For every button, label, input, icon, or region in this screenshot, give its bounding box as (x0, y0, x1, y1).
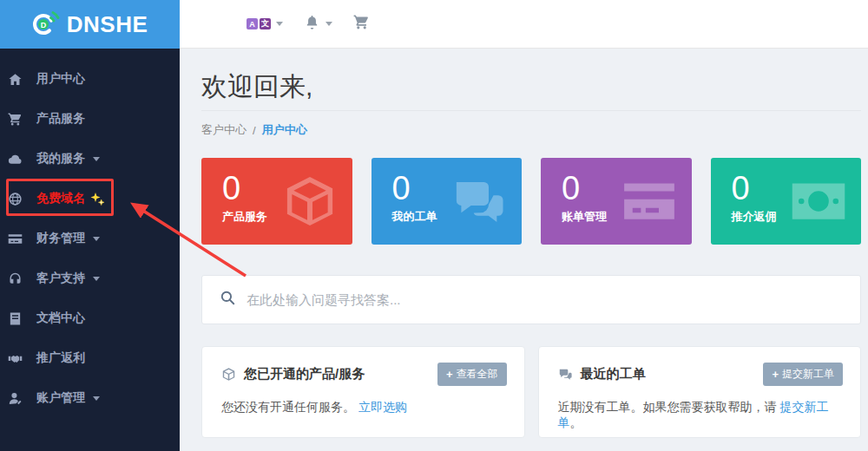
sidebar-item-user-center[interactable]: 用户中心 (0, 59, 180, 99)
language-icon: A (247, 18, 258, 29)
cube-icon (281, 173, 339, 230)
hamburger-icon[interactable] (201, 16, 220, 32)
panel-recent-tickets: 最近的工单 + 提交新工单 近期没有工单。如果您需要获取帮助，请 提交新工单。 (538, 346, 862, 438)
language-selector[interactable]: A 文 (247, 18, 283, 29)
sparkles-icon (90, 192, 105, 206)
sidebar: D DNSHE 用户中心 产品服务 (0, 0, 180, 451)
search-icon (220, 290, 236, 310)
sidebar-item-billing[interactable]: 财务管理 (0, 219, 180, 258)
handshake-icon (8, 351, 23, 366)
stat-cards-row: 0 产品服务 0 我的工单 0 账单管理 (201, 158, 861, 245)
dnshe-logo-icon: D (32, 9, 62, 40)
breadcrumb-separator: / (253, 124, 256, 137)
plus-icon: + (446, 369, 453, 380)
panel-body: 近期没有工单。如果您需要获取帮助，请 提交新工单。 (558, 400, 844, 431)
breadcrumb: 客户中心 / 用户中心 (201, 122, 861, 138)
panel-title: 您已开通的产品/服务 (244, 366, 437, 382)
user-icon (8, 391, 23, 406)
notifications-button[interactable] (304, 14, 332, 34)
cart-icon (8, 112, 23, 127)
sidebar-item-my-services[interactable]: 我的服务 (0, 139, 180, 179)
main-content: 欢迎回来, 客户中心 / 用户中心 0 产品服务 0 我的工单 (180, 49, 868, 451)
chevron-down-icon (93, 157, 100, 161)
breadcrumb-current[interactable]: 用户中心 (262, 122, 307, 138)
sidebar-item-account[interactable]: 账户管理 (0, 378, 180, 418)
panel-active-products: 您已开通的产品/服务 + 查看全部 您还没有开通任何服务。 立即选购 (201, 346, 525, 438)
title-divider (201, 110, 861, 111)
view-all-button[interactable]: + 查看全部 (437, 363, 507, 386)
chevron-down-icon (326, 22, 332, 26)
comments-icon (450, 173, 508, 230)
search-input[interactable] (247, 292, 843, 307)
headset-icon (8, 271, 23, 286)
chevron-down-icon (93, 277, 100, 281)
stat-card-invoices[interactable]: 0 账单管理 (541, 158, 692, 245)
brand-name: DNSHE (67, 11, 148, 38)
chevron-down-icon (93, 237, 100, 241)
sidebar-item-products[interactable]: 产品服务 (0, 99, 180, 139)
brand-logo[interactable]: D DNSHE (0, 0, 180, 49)
shop-now-link[interactable]: 立即选购 (358, 400, 407, 414)
cloud-icon (8, 152, 23, 167)
bell-icon (304, 14, 320, 34)
comments-icon (558, 367, 573, 382)
credit-card-icon (8, 232, 23, 246)
chevron-down-icon (276, 22, 283, 26)
credit-card-icon (621, 173, 678, 230)
stat-card-affiliate[interactable]: 0 推介返佣 (711, 158, 862, 245)
sidebar-item-affiliate[interactable]: 推广返利 (0, 338, 180, 378)
app-window: D DNSHE 用户中心 产品服务 (0, 0, 868, 451)
open-ticket-button[interactable]: + 提交新工单 (763, 363, 843, 386)
stat-card-products[interactable]: 0 产品服务 (201, 158, 352, 245)
kb-search (201, 275, 861, 324)
breadcrumb-home[interactable]: 客户中心 (201, 122, 247, 138)
panel-body: 您还没有开通任何服务。 立即选购 (221, 400, 507, 415)
globe-icon (8, 192, 23, 206)
language-icon-zh: 文 (260, 18, 271, 29)
panels-row: 您已开通的产品/服务 + 查看全部 您还没有开通任何服务。 立即选购 最近的 (201, 346, 861, 438)
svg-text:D: D (40, 21, 46, 29)
sidebar-item-docs[interactable]: 文档中心 (0, 298, 180, 338)
sidebar-item-support[interactable]: 客户支持 (0, 258, 180, 298)
stat-card-tickets[interactable]: 0 我的工单 (372, 158, 523, 245)
topbar: A 文 (180, 0, 868, 49)
home-icon (8, 72, 23, 87)
money-icon (790, 173, 847, 230)
panel-title: 最近的工单 (581, 366, 764, 382)
page-title: 欢迎回来, (201, 71, 861, 102)
sidebar-item-free-domain[interactable]: 免费域名 (0, 179, 180, 219)
sidebar-nav: 用户中心 产品服务 我的服务 (0, 49, 180, 418)
cart-icon (353, 14, 370, 34)
cube-icon (221, 367, 236, 382)
shopping-cart-button[interactable] (353, 14, 370, 34)
plus-icon: + (772, 369, 779, 380)
chevron-down-icon (93, 396, 100, 401)
book-icon (8, 311, 23, 326)
